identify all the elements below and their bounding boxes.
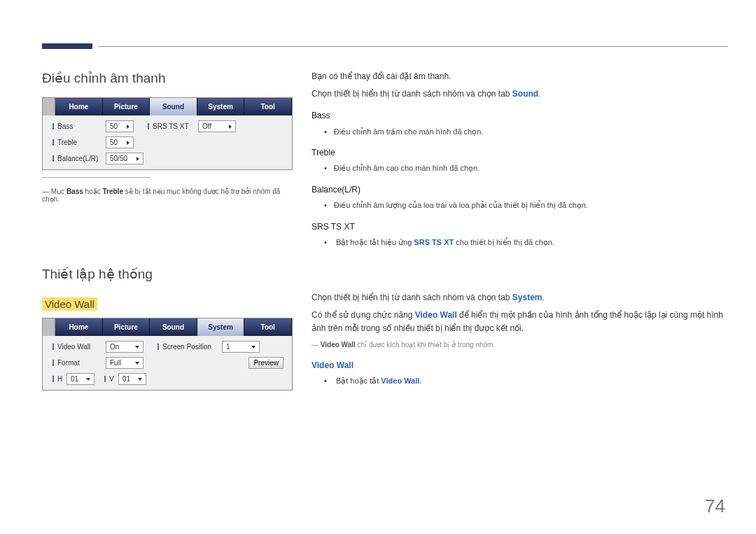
text: . bbox=[542, 293, 545, 302]
section-title-system: Thiết lập hệ thống bbox=[42, 266, 284, 282]
arrow-right-icon bbox=[229, 125, 232, 129]
tab-picture[interactable]: Picture bbox=[103, 98, 150, 115]
subsection-video-wall: Video Wall bbox=[42, 297, 97, 311]
bass-value[interactable]: 50 bbox=[106, 120, 134, 132]
treble-label: Treble bbox=[52, 139, 106, 146]
sound-word: Sound bbox=[512, 89, 538, 99]
treble-item: Điều chỉnh âm cao cho màn hình đã chọn. bbox=[324, 162, 728, 175]
format-value[interactable]: Full bbox=[106, 357, 144, 369]
text: Bật hoặc tắt bbox=[336, 377, 381, 385]
sound-desc-2: Chọn thiết bị hiển thị từ danh sách nhóm… bbox=[312, 87, 728, 101]
footnote-text: Mục bbox=[51, 188, 66, 195]
system-desc-1: Chọn thiết bị hiển thị từ danh sách nhóm… bbox=[312, 291, 728, 304]
treble-heading: Treble bbox=[312, 146, 728, 160]
tab-sound[interactable]: Sound bbox=[150, 318, 197, 336]
srs-label: SRS TS XT bbox=[148, 122, 198, 130]
text: . bbox=[538, 89, 540, 99]
format-value-text: Full bbox=[110, 358, 121, 368]
screenpos-value-text: 1 bbox=[226, 342, 230, 352]
videowall-list: Bật hoặc tắt Video Wall. bbox=[324, 375, 728, 388]
srs-value-text: Off bbox=[202, 121, 211, 132]
chevron-down-icon bbox=[251, 346, 255, 349]
text: Chọn thiết bị hiển thị từ danh sách nhóm… bbox=[312, 89, 512, 99]
sound-form: Bass 50 SRS TS XT Off Treble 50 Balance(… bbox=[43, 115, 292, 169]
h-value[interactable]: 01 bbox=[66, 373, 94, 385]
tab-system[interactable]: System bbox=[197, 98, 245, 115]
tab-picture[interactable]: Picture bbox=[103, 318, 150, 336]
tab-bar-sound: Home Picture Sound System Tool bbox=[43, 98, 292, 115]
format-label: Format bbox=[52, 359, 106, 367]
tab-tool[interactable]: Tool bbox=[244, 98, 292, 115]
v-value[interactable]: 01 bbox=[118, 373, 146, 385]
tab-system[interactable]: System bbox=[197, 318, 245, 336]
left-column: Điều chỉnh âm thanh Home Picture Sound S… bbox=[42, 70, 284, 391]
system-desc-2: Có thể sử dụng chức năng Video Wall để h… bbox=[312, 309, 728, 335]
system-form: Video Wall On Screen Position 1 Format F… bbox=[43, 336, 292, 390]
text: . bbox=[419, 377, 421, 385]
videowall-label: Video Wall bbox=[52, 343, 106, 351]
row-balance: Balance(L/R) 50/50 bbox=[52, 150, 289, 167]
videowall-value[interactable]: On bbox=[106, 341, 144, 353]
balance-label: Balance(L/R) bbox=[52, 155, 106, 162]
right-column: Bạn có thể thay đổi cài đặt âm thanh. Ch… bbox=[312, 70, 728, 391]
screenpos-value[interactable]: 1 bbox=[222, 341, 260, 353]
videowall-note: Video Wall chỉ được kích hoạt khi thiết … bbox=[312, 339, 728, 351]
row-hv: H 01 V 01 bbox=[52, 371, 289, 387]
tab-home[interactable]: Home bbox=[55, 318, 103, 336]
sound-settings-panel: Home Picture Sound System Tool Bass 50 S… bbox=[42, 97, 293, 170]
chevron-down-icon bbox=[135, 362, 139, 365]
footnote-treble: Treble bbox=[102, 188, 122, 195]
tab-sound[interactable]: Sound bbox=[150, 98, 197, 115]
row-videowall: Video Wall On Screen Position 1 bbox=[52, 339, 289, 355]
arrow-right-icon bbox=[127, 141, 130, 145]
balance-value-text: 50/50 bbox=[110, 153, 127, 164]
system-word: System bbox=[512, 293, 542, 302]
text: cho thiết bị hiển thị đã chọn. bbox=[454, 238, 554, 246]
tab-tool[interactable]: Tool bbox=[244, 318, 292, 336]
system-settings-panel: Home Picture Sound System Tool Video Wal… bbox=[42, 318, 293, 391]
tab-spacer bbox=[43, 318, 55, 336]
preview-button[interactable]: Preview bbox=[248, 357, 284, 369]
page-number: 74 bbox=[705, 496, 725, 517]
srs-item: Bật hoặc tắt hiệu ứng SRS TS XT cho thiế… bbox=[324, 237, 728, 249]
videowall-item: Bật hoặc tắt Video Wall. bbox=[324, 375, 728, 388]
bass-label: Bass bbox=[52, 122, 106, 130]
v-label: V bbox=[104, 375, 118, 383]
treble-value[interactable]: 50 bbox=[106, 136, 134, 148]
balance-item: Điều chỉnh âm lượng của loa trái và loa … bbox=[324, 199, 728, 212]
srs-value[interactable]: Off bbox=[198, 120, 236, 132]
text: Có thể sử dụng chức năng bbox=[312, 310, 415, 320]
bass-value-text: 50 bbox=[110, 121, 118, 132]
system-right-block: Chọn thiết bị hiển thị từ danh sách nhóm… bbox=[312, 291, 728, 388]
h-value-text: 01 bbox=[71, 374, 78, 384]
footnote-divider bbox=[42, 177, 150, 178]
h-label: H bbox=[52, 375, 66, 383]
treble-list: Điều chỉnh âm cao cho màn hình đã chọn. bbox=[324, 162, 728, 175]
videowall-word: Video Wall bbox=[381, 377, 419, 385]
balance-heading: Balance(L/R) bbox=[312, 183, 728, 197]
bass-heading: Bass bbox=[312, 109, 728, 122]
chevron-down-icon bbox=[135, 346, 139, 349]
page-top-divider bbox=[98, 46, 728, 47]
text: Bật hoặc tắt hiệu ứng bbox=[336, 238, 414, 246]
arrow-right-icon bbox=[127, 125, 130, 129]
srs-heading: SRS TS XT bbox=[312, 220, 728, 234]
footnote-text: hoặc bbox=[83, 188, 103, 195]
footnote-bass: Bass bbox=[66, 188, 83, 195]
page-content: Điều chỉnh âm thanh Home Picture Sound S… bbox=[42, 70, 728, 391]
videowall-word: Video Wall bbox=[321, 341, 356, 349]
tab-home[interactable]: Home bbox=[55, 98, 103, 115]
tab-spacer bbox=[43, 98, 55, 115]
srs-list: Bật hoặc tắt hiệu ứng SRS TS XT cho thiế… bbox=[324, 237, 728, 249]
videowall-value-text: On bbox=[110, 342, 119, 352]
page-accent-bar bbox=[42, 43, 92, 49]
balance-list: Điều chỉnh âm lượng của loa trái và loa … bbox=[324, 199, 728, 212]
chevron-down-icon bbox=[138, 378, 142, 381]
treble-value-text: 50 bbox=[110, 137, 118, 148]
tab-bar-system: Home Picture Sound System Tool bbox=[43, 318, 292, 336]
videowall-word: Video Wall bbox=[415, 310, 457, 320]
sound-footnote: Mục Bass hoặc Treble sẽ bị tắt nếu mục k… bbox=[42, 188, 284, 203]
text: Chọn thiết bị hiển thị từ danh sách nhóm… bbox=[312, 293, 512, 302]
balance-value[interactable]: 50/50 bbox=[106, 153, 144, 164]
row-bass: Bass 50 SRS TS XT Off bbox=[52, 118, 289, 134]
